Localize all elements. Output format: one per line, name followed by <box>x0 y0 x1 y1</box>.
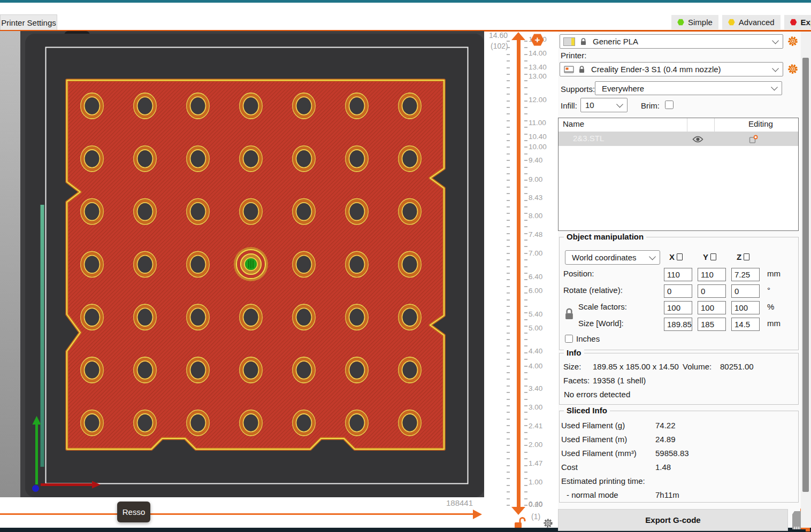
tick-mark <box>524 458 527 459</box>
axis-header-y: Y <box>703 252 716 261</box>
object-name: 2&3.STL <box>573 134 604 143</box>
tick-mark <box>524 419 527 420</box>
layer-height-label: 11.00 <box>529 119 546 127</box>
mode-button-advanced[interactable]: Advanced <box>722 15 781 29</box>
sliced-info-label: Used Filament (mm³) <box>561 449 637 458</box>
lock-icon <box>579 37 587 46</box>
object-hole <box>134 251 156 277</box>
tick-mark <box>524 206 527 207</box>
tick-mark <box>507 432 510 433</box>
object-hole <box>346 357 368 383</box>
tick-mark <box>524 240 527 241</box>
filament-select[interactable]: Generic PLA <box>560 34 783 49</box>
sliced-info-label: Estimated printing time: <box>561 476 645 485</box>
printer-settings-gear-icon[interactable] <box>787 63 799 75</box>
infill-label: Infill: <box>561 101 577 110</box>
tick-mark <box>507 339 510 340</box>
layer-height-label: 3.00 <box>529 403 542 411</box>
tick-mark <box>507 160 510 161</box>
tick-mark <box>524 160 527 161</box>
object-hole <box>134 146 156 172</box>
layer-height-label: 3.40 <box>529 384 542 392</box>
tick-mark <box>524 147 527 148</box>
tick-mark <box>524 80 527 81</box>
layer-slider-bottom-index: (1) <box>531 512 540 521</box>
object-hole <box>134 304 156 330</box>
tick-mark <box>524 67 527 68</box>
tick-mark <box>524 359 527 360</box>
tick-mark <box>507 279 510 280</box>
tick-mark <box>507 419 510 420</box>
edit-object-icon[interactable] <box>749 135 758 144</box>
sliced-info-label: - normal mode <box>567 490 618 499</box>
tick-mark <box>507 286 510 287</box>
object-hole <box>293 357 315 383</box>
panel-scrollbar-thumb[interactable] <box>802 58 809 492</box>
size-x-input[interactable] <box>664 318 692 331</box>
scale-y-input[interactable] <box>698 301 726 314</box>
layer-height-label: 7.00 <box>529 249 542 257</box>
viewport-3d[interactable] <box>0 31 484 497</box>
mode-button-simple[interactable]: Simple <box>671 15 718 29</box>
layer-height-label: 4.00 <box>529 362 542 370</box>
position-y-input[interactable] <box>698 268 726 281</box>
advanced-mode-dot-icon <box>728 19 735 26</box>
layer-height-label: 10.40 <box>529 133 547 141</box>
tick-mark <box>507 259 510 260</box>
size-z-input[interactable] <box>731 318 760 331</box>
tick-mark <box>524 127 527 128</box>
axis-frame-icon <box>710 253 716 260</box>
mode-label: Expert <box>801 18 811 27</box>
tick-mark <box>507 246 510 247</box>
layer-height-label: 8.00 <box>529 212 542 220</box>
printer-select[interactable]: Creality Ender-3 S1 (0.4 mm nozzle) <box>560 62 783 76</box>
export-gcode-button[interactable]: Export G-code <box>558 509 788 531</box>
position-z-input[interactable] <box>731 268 760 281</box>
tick-mark <box>507 134 510 135</box>
object-hole <box>293 410 315 436</box>
supports-value: Everywhere <box>602 84 644 93</box>
object-hole <box>293 304 315 330</box>
tick-mark <box>524 107 527 108</box>
tick-mark <box>507 319 510 320</box>
slider-settings-gear-icon[interactable] <box>542 518 554 529</box>
mode-button-expert[interactable]: Expert <box>784 15 811 29</box>
tick-mark <box>507 140 510 141</box>
object-hole <box>81 304 103 330</box>
rotate-x-input[interactable] <box>664 284 692 298</box>
coordinates-select[interactable]: World coordinates <box>565 250 660 265</box>
layer-slider-lower-handle[interactable] <box>511 507 525 515</box>
move-slider-track[interactable] <box>0 513 473 515</box>
table-row[interactable]: 2&3.STL <box>558 132 798 146</box>
rotate-y-input[interactable] <box>698 284 726 298</box>
scale-z-input[interactable] <box>731 301 760 314</box>
supports-select[interactable]: Everywhere <box>595 81 782 95</box>
tab-printer-settings[interactable]: Printer Settings <box>0 14 57 30</box>
layer-slider-upper-handle[interactable] <box>511 32 525 40</box>
uniform-scale-lock-icon[interactable] <box>564 307 575 321</box>
position-x-input[interactable] <box>664 268 692 281</box>
filament-settings-gear-icon[interactable] <box>787 35 799 47</box>
column-header-editing[interactable]: Editing <box>748 119 773 128</box>
object-hole <box>187 146 209 172</box>
tick-mark <box>507 233 510 234</box>
visibility-eye-icon[interactable] <box>692 135 703 143</box>
rotate-z-input[interactable] <box>731 284 760 298</box>
object-hole <box>346 93 368 119</box>
column-header-name[interactable]: Name <box>563 119 584 128</box>
tick-mark <box>524 319 527 320</box>
tick-mark <box>507 173 510 174</box>
inches-checkbox[interactable] <box>565 335 573 343</box>
move-slider-handle[interactable] <box>473 510 482 519</box>
object-hole <box>399 199 421 225</box>
tick-mark <box>524 253 527 254</box>
object-hole <box>134 410 156 436</box>
layer-slider-track[interactable] <box>517 38 521 509</box>
brim-checkbox[interactable] <box>665 101 674 109</box>
scale-x-input[interactable] <box>664 301 692 314</box>
infill-select[interactable]: 10 <box>580 98 628 112</box>
size-y-input[interactable] <box>698 318 726 331</box>
tick-mark <box>524 345 527 346</box>
sliced-object[interactable] <box>67 80 444 449</box>
tick-mark <box>507 445 510 446</box>
